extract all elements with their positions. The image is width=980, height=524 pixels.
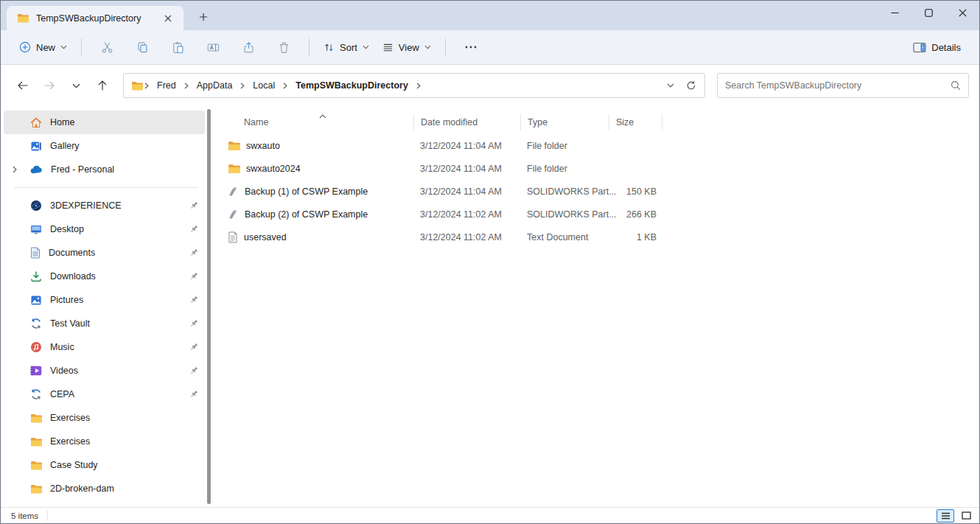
expand-chevron-icon[interactable] [13,166,21,173]
sidebar-item-fred-personal[interactable]: Fred - Personal [4,158,205,181]
file-name: Backup (2) of CSWP Example [245,209,368,220]
sidebar-item-label: Music [50,342,181,352]
paste-button[interactable] [163,35,192,60]
chevron-right-icon[interactable] [281,83,289,89]
file-date-modified: 3/12/2024 11:02 AM [413,209,520,220]
column-header-name[interactable]: Name [222,117,413,127]
chevron-down-icon [72,83,80,88]
back-button[interactable] [11,74,35,97]
details-view-toggle[interactable] [937,509,954,523]
sidebar-item-exercises[interactable]: Exercises [4,406,205,430]
copy-icon [136,41,149,54]
chevron-right-icon[interactable] [415,83,422,89]
column-header-date-modified[interactable]: Date modified [413,114,520,130]
breadcrumb-item[interactable]: AppData [192,77,238,94]
close-button[interactable] [945,1,979,24]
ellipsis-icon [465,46,477,49]
sidebar-item-exercises-2[interactable]: Exercises [4,430,205,453]
pictures-icon [30,295,42,306]
sidebar-item-videos[interactable]: Videos [4,359,205,382]
file-date-modified: 3/12/2024 11:02 AM [413,232,520,242]
sidebar-item-music[interactable]: Music [4,335,205,359]
sidebar-item-3dexperience[interactable]: 3DEXPERIENCE [4,194,205,217]
search-input[interactable] [725,80,951,91]
breadcrumb-item[interactable]: Fred [152,77,181,94]
new-plus-icon [19,41,31,53]
sidebar-item-home[interactable]: Home [4,111,205,134]
up-arrow-icon [97,80,108,91]
sort-icon [323,42,335,53]
tab-bar: TempSWBackupDirectory [1,1,979,30]
sort-button[interactable]: Sort [317,37,376,58]
explorer-tab[interactable]: TempSWBackupDirectory [7,6,183,30]
forward-button[interactable] [38,74,61,97]
downloads-icon [30,270,42,282]
address-bar[interactable]: Fred AppData Local TempSWBackupDirectory [123,73,705,98]
cut-button[interactable] [92,35,122,60]
view-button[interactable]: View [376,37,438,58]
file-row[interactable]: Backup (1) of CSWP Example 3/12/2024 11:… [222,180,979,203]
sidebar-item-cepa[interactable]: CEPA [4,382,205,406]
sort-ascending-caret-icon [319,111,326,121]
refresh-icon [686,80,696,91]
column-header-type[interactable]: Type [520,114,609,130]
delete-button[interactable] [269,35,298,60]
chevron-down-icon [667,83,674,88]
file-type: File folder [520,141,609,151]
main-content: Home Gallery Fred - Personal 3DEXPERIENC… [1,106,979,507]
close-icon [959,9,967,17]
status-bar: 5 items [1,507,979,523]
large-icons-view-toggle[interactable] [957,509,975,523]
details-label: Details [931,42,961,53]
file-row[interactable]: usersaved 3/12/2024 11:02 AM Text Docume… [222,226,979,248]
file-row[interactable]: swxauto2024 3/12/2024 11:04 AM File fold… [222,157,979,180]
pin-icon [189,318,199,329]
sidebar-item-case-study[interactable]: Case Study [4,453,205,477]
maximize-button[interactable] [911,1,945,24]
minimize-button[interactable] [878,1,911,24]
sidebar-item-2d-broken-dam[interactable]: 2D-broken-dam [4,477,205,500]
breadcrumb-item-current[interactable]: TempSWBackupDirectory [290,77,413,94]
toolbar-separator [445,38,446,56]
share-button[interactable] [234,35,263,60]
sidebar-item-downloads[interactable]: Downloads [4,265,205,288]
breadcrumb-item[interactable]: Local [248,77,280,94]
address-dropdown-button[interactable] [660,75,681,96]
videos-icon [30,366,42,376]
new-button[interactable]: New [13,36,74,58]
folder-icon [17,13,29,23]
search-icon[interactable] [951,80,961,91]
sidebar-item-documents[interactable]: Documents [4,241,205,265]
refresh-button[interactable] [681,75,701,96]
sidebar-scrollbar[interactable] [207,109,211,504]
tab-close-icon[interactable] [160,10,176,27]
column-header-size[interactable]: Size [609,114,662,130]
chevron-right-icon[interactable] [143,83,150,89]
large-icons-view-icon [962,511,971,520]
file-row[interactable]: Backup (2) of CSWP Example 3/12/2024 11:… [222,203,979,226]
sidebar-item-pictures[interactable]: Pictures [4,288,205,312]
sidebar-item-desktop[interactable]: Desktop [4,217,205,241]
up-button[interactable] [91,74,114,97]
sort-label: Sort [340,42,357,53]
file-name: swxauto2024 [246,164,301,174]
rename-icon [207,41,220,54]
chevron-right-icon[interactable] [239,83,246,89]
recent-locations-button[interactable] [64,74,88,97]
chevron-down-icon [60,45,67,49]
sidebar-item-test-vault[interactable]: Test Vault [4,312,205,335]
chevron-right-icon[interactable] [183,83,190,89]
vault-sync-icon [30,318,42,329]
file-row[interactable]: swxauto 3/12/2024 11:04 AM File folder [222,134,979,157]
rename-button[interactable] [198,35,228,60]
copy-button[interactable] [127,35,157,60]
navigation-pane: Home Gallery Fred - Personal 3DEXPERIENC… [1,106,212,507]
items-count: 5 items [11,511,48,521]
see-more-button[interactable] [456,35,486,60]
cut-icon [101,41,113,54]
details-pane-button[interactable]: Details [906,37,967,58]
new-tab-button[interactable] [194,7,213,27]
file-explorer-window: TempSWBackupDirectory New [0,0,980,524]
sidebar-item-gallery[interactable]: Gallery [4,134,205,158]
forward-arrow-icon [43,80,55,91]
